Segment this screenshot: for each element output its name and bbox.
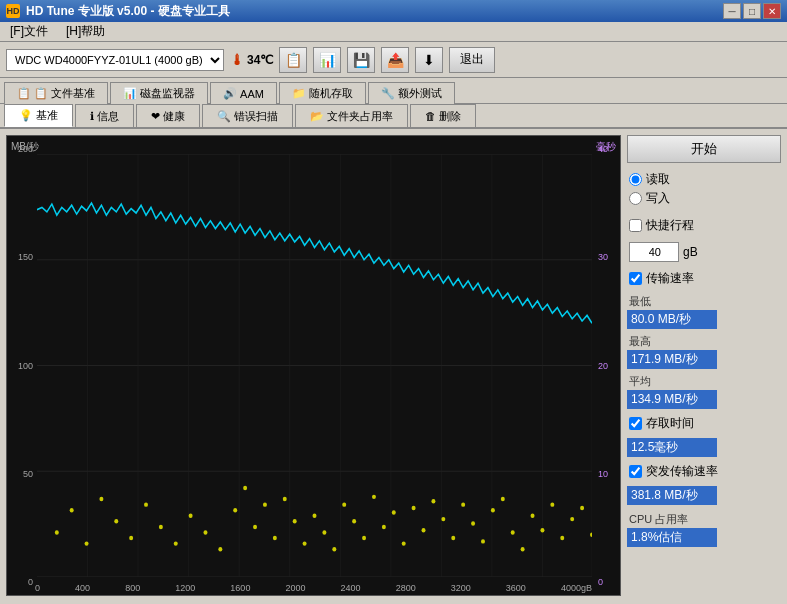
max-stat: 最高 171.9 MB/秒 (627, 333, 781, 369)
svg-point-47 (422, 528, 426, 532)
access-time-checkbox-label[interactable]: 存取时间 (627, 413, 781, 434)
svg-point-26 (204, 530, 208, 534)
y-axis-left-label: MB/秒 (11, 140, 39, 154)
svg-point-21 (129, 536, 133, 540)
svg-point-45 (402, 541, 406, 545)
drive-select[interactable]: WDC WD4000FYYZ-01UL1 (4000 gB) (6, 49, 224, 71)
radio-write-label[interactable]: 写入 (629, 190, 779, 207)
tab-benchmark[interactable]: 💡 基准 (4, 104, 73, 127)
exit-button[interactable]: 退出 (449, 47, 495, 73)
toolbar-btn-1[interactable]: 📋 (279, 47, 307, 73)
max-value: 171.9 MB/秒 (627, 350, 717, 369)
min-value: 80.0 MB/秒 (627, 310, 717, 329)
svg-point-63 (580, 506, 584, 510)
avg-value: 134.9 MB/秒 (627, 390, 717, 409)
svg-point-59 (540, 528, 544, 532)
burst-rate-checkbox-label[interactable]: 突发传输速率 (627, 461, 781, 482)
min-label: 最低 (627, 293, 781, 310)
tab-disk-monitor[interactable]: 📊 磁盘监视器 (110, 82, 208, 104)
svg-point-61 (560, 536, 564, 540)
right-panel: 开始 读取 写入 快捷行程 gB 传输速率 最低 80.0 (627, 129, 787, 602)
gb-input[interactable] (629, 242, 679, 262)
svg-point-64 (590, 532, 592, 536)
tab-aam[interactable]: 🔊 AAM (210, 82, 277, 104)
radio-read-label[interactable]: 读取 (629, 171, 779, 188)
tab-info[interactable]: ℹ 信息 (75, 104, 134, 127)
svg-point-43 (382, 525, 386, 529)
svg-point-41 (362, 536, 366, 540)
svg-point-44 (392, 510, 396, 514)
tab-delete[interactable]: 🗑 删除 (410, 104, 476, 127)
toolbar-btn-2[interactable]: 📊 (313, 47, 341, 73)
svg-point-32 (273, 536, 277, 540)
svg-point-30 (253, 525, 257, 529)
svg-point-24 (174, 541, 178, 545)
tab-random-access[interactable]: 📁 随机存取 (279, 82, 366, 104)
y-axis-right-label: 毫秒 (596, 140, 616, 154)
svg-point-42 (372, 495, 376, 499)
svg-point-34 (293, 519, 297, 523)
tab-bar-top: 📋 📋 文件基准 📊 磁盘监视器 🔊 AAM 📁 随机存取 🔧 额外测试 (0, 78, 787, 104)
svg-point-27 (218, 547, 222, 551)
radio-write[interactable] (629, 192, 642, 205)
toolbar-btn-3[interactable]: 💾 (347, 47, 375, 73)
y-axis-left: 200 150 100 50 0 (7, 136, 35, 595)
tab-error-scan[interactable]: 🔍 错误扫描 (202, 104, 293, 127)
fast-progress-checkbox[interactable] (629, 219, 642, 232)
x-axis-labels: 0 400 800 1200 1600 2000 2400 2800 3200 … (35, 583, 592, 593)
fast-progress-label[interactable]: 快捷行程 (627, 215, 781, 236)
menu-help[interactable]: [H]帮助 (62, 22, 109, 41)
title-bar: HD HD Tune 专业版 v5.00 - 硬盘专业工具 ─ □ ✕ (0, 0, 787, 22)
svg-point-39 (342, 502, 346, 506)
cpu-value: 1.8%估信 (627, 528, 717, 547)
temperature-value: 34℃ (247, 53, 273, 67)
svg-point-23 (159, 525, 163, 529)
toolbar: WDC WD4000FYYZ-01UL1 (4000 gB) 🌡 34℃ 📋 📊… (0, 42, 787, 78)
svg-point-62 (570, 517, 574, 521)
chart-area: 200 150 100 50 0 40 30 20 10 0 MB/秒 毫秒 (6, 135, 621, 596)
toolbar-btn-4[interactable]: 📤 (381, 47, 409, 73)
tab-extra-test[interactable]: 🔧 额外测试 (368, 82, 455, 104)
svg-point-53 (481, 539, 485, 543)
main-area: 200 150 100 50 0 40 30 20 10 0 MB/秒 毫秒 (0, 129, 787, 602)
burst-stat: 381.8 MB/秒 (627, 486, 781, 505)
svg-point-20 (114, 519, 118, 523)
start-button[interactable]: 开始 (627, 135, 781, 163)
svg-point-33 (283, 497, 287, 501)
svg-point-54 (491, 508, 495, 512)
svg-point-37 (322, 530, 326, 534)
svg-point-38 (332, 547, 336, 551)
access-time-value: 12.5毫秒 (627, 438, 717, 457)
tab-health[interactable]: ❤ 健康 (136, 104, 200, 127)
svg-point-50 (451, 536, 455, 540)
transfer-rate-checkbox[interactable] (629, 272, 642, 285)
window-title: HD Tune 专业版 v5.00 - 硬盘专业工具 (26, 3, 230, 20)
toolbar-btn-5[interactable]: ⬇ (415, 47, 443, 73)
burst-rate-checkbox[interactable] (629, 465, 642, 478)
tab-folder-usage[interactable]: 📂 文件夹占用率 (295, 104, 408, 127)
minimize-button[interactable]: ─ (723, 3, 741, 19)
svg-point-60 (550, 502, 554, 506)
avg-label: 平均 (627, 373, 781, 390)
svg-point-35 (303, 541, 307, 545)
svg-point-40 (352, 519, 356, 523)
svg-point-18 (85, 541, 89, 545)
close-button[interactable]: ✕ (763, 3, 781, 19)
cpu-stat: CPU 占用率 1.8%估信 (627, 511, 781, 547)
tab-file-benchmark[interactable]: 📋 📋 文件基准 (4, 82, 108, 104)
transfer-rate-label[interactable]: 传输速率 (627, 268, 781, 289)
svg-point-48 (431, 499, 435, 503)
restore-button[interactable]: □ (743, 3, 761, 19)
svg-point-46 (412, 506, 416, 510)
cpu-label: CPU 占用率 (627, 511, 781, 528)
radio-read[interactable] (629, 173, 642, 186)
svg-point-17 (70, 508, 74, 512)
svg-point-16 (55, 530, 59, 534)
access-time-checkbox[interactable] (629, 417, 642, 430)
svg-point-55 (501, 497, 505, 501)
min-stat: 最低 80.0 MB/秒 (627, 293, 781, 329)
menu-file[interactable]: [F]文件 (6, 22, 52, 41)
max-label: 最高 (627, 333, 781, 350)
thermometer-icon: 🌡 (230, 52, 244, 68)
window-controls: ─ □ ✕ (723, 3, 781, 19)
